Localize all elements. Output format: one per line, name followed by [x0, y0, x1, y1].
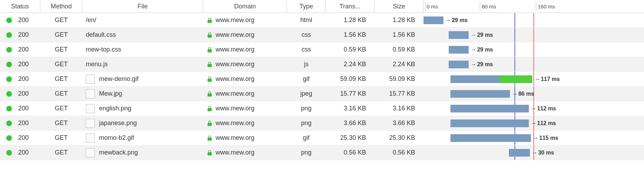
cell-timeline: 29 ms — [424, 42, 644, 57]
timing-bar[interactable] — [450, 134, 531, 142]
timing-bar[interactable] — [450, 119, 529, 127]
table-row[interactable]: 200GETMew.jpgwww.mew.orgjpeg15.77 KB15.7… — [0, 87, 644, 101]
cell-status: 200 — [0, 42, 40, 57]
timing-bar[interactable] — [450, 75, 532, 83]
network-table: Status Method File Domain Type Trans... … — [0, 0, 644, 160]
cell-size: 3.66 KB — [374, 116, 424, 130]
timing-bar[interactable] — [449, 46, 469, 54]
cell-domain: www.mew.org — [203, 116, 287, 130]
load-event-marker — [533, 72, 534, 86]
timing-bar[interactable] — [509, 149, 530, 157]
file-name: menu.js — [86, 61, 108, 68]
file-thumbnail-icon — [86, 148, 95, 157]
cell-status: 200 — [0, 131, 40, 145]
col-header-method[interactable]: Method — [40, 0, 82, 13]
table-row[interactable]: 200GETenglish.pngwww.mew.orgpng3.16 KB3.… — [0, 101, 644, 116]
status-code: 200 — [18, 31, 29, 39]
cell-file: Mew.jpg — [82, 87, 203, 101]
timeline-ruler: 0 ms80 ms160 ms — [424, 0, 644, 13]
lock-icon — [206, 91, 211, 97]
table-header-row: Status Method File Domain Type Trans... … — [0, 0, 644, 13]
file-name: mewback.png — [99, 149, 138, 156]
col-header-type[interactable]: Type — [287, 0, 326, 13]
table-row[interactable]: 200GETmomo-b2.gifwww.mew.orggif25.30 KB2… — [0, 131, 644, 145]
timing-bar[interactable] — [449, 31, 469, 39]
cell-domain: www.mew.org — [203, 145, 287, 160]
lock-icon — [206, 32, 211, 38]
cell-file: mew-top.css — [82, 42, 203, 57]
file-name: /en/ — [86, 16, 96, 24]
table-row[interactable]: 200GETdefault.csswww.mew.orgcss1.56 KB1.… — [0, 28, 644, 42]
dom-content-loaded-marker — [514, 28, 515, 42]
cell-type: css — [287, 42, 326, 57]
timing-bar[interactable] — [450, 105, 529, 112]
lock-icon — [206, 76, 211, 82]
cell-domain: www.mew.org — [203, 57, 287, 71]
domain-text: www.mew.org — [216, 119, 254, 127]
cell-transferred: 0.56 KB — [326, 145, 374, 160]
col-header-domain[interactable]: Domain — [203, 0, 287, 13]
cell-file: mewback.png — [82, 145, 203, 160]
status-dot-icon — [6, 106, 12, 111]
timing-duration-label: 115 ms — [533, 134, 558, 142]
cell-timeline: 112 ms — [424, 116, 644, 130]
timing-bar[interactable] — [449, 61, 469, 68]
cell-status: 200 — [0, 28, 40, 42]
cell-type: png — [287, 145, 326, 160]
col-header-status[interactable]: Status — [0, 0, 40, 13]
status-code: 200 — [18, 61, 29, 68]
load-event-marker — [533, 42, 534, 57]
file-name: mew-demo.gif — [99, 75, 139, 83]
cell-file: mew-demo.gif — [82, 72, 203, 86]
domain-text: www.mew.org — [216, 149, 254, 156]
status-dot-icon — [6, 32, 12, 38]
col-header-trans[interactable]: Trans... — [326, 0, 374, 13]
lock-icon — [206, 47, 211, 53]
domain-text: www.mew.org — [216, 134, 254, 142]
cell-size: 0.59 KB — [374, 42, 424, 57]
timing-bar[interactable] — [450, 90, 510, 98]
timing-duration-label: 29 ms — [471, 61, 493, 68]
file-thumbnail-icon — [86, 119, 95, 128]
status-dot-icon — [6, 76, 12, 82]
cell-method: GET — [40, 42, 82, 57]
cell-type: css — [287, 28, 326, 42]
timing-duration-label: 30 ms — [532, 149, 554, 157]
table-row[interactable]: 200GETmew-demo.gifwww.mew.orggif59.09 KB… — [0, 72, 644, 87]
status-dot-icon — [6, 62, 12, 67]
cell-transferred: 1.28 KB — [326, 13, 374, 27]
file-thumbnail-icon — [86, 89, 95, 98]
cell-file: /en/ — [82, 13, 203, 27]
file-thumbnail-icon — [86, 134, 95, 143]
table-row[interactable]: 200GETmewback.pngwww.mew.orgpng0.56 KB0.… — [0, 145, 644, 160]
table-row[interactable]: 200GETmew-top.csswww.mew.orgcss0.59 KB0.… — [0, 42, 644, 57]
col-header-file[interactable]: File — [82, 0, 203, 13]
cell-timeline: 112 ms — [424, 101, 644, 116]
table-row[interactable]: 200GETjapanese.pngwww.mew.orgpng3.66 KB3… — [0, 116, 644, 131]
timing-bar-receive-segment — [499, 75, 532, 83]
timeline-tick: 80 ms — [480, 0, 496, 13]
cell-file: menu.js — [82, 57, 203, 71]
cell-status: 200 — [0, 101, 40, 116]
domain-text: www.mew.org — [216, 31, 254, 39]
table-row[interactable]: 200GET/en/www.mew.orghtml1.28 KB1.28 KB2… — [0, 13, 644, 28]
file-thumbnail-icon — [86, 75, 95, 84]
cell-method: GET — [40, 13, 82, 27]
col-header-timeline[interactable]: 0 ms80 ms160 ms — [424, 0, 644, 13]
timing-bar[interactable] — [424, 16, 443, 24]
status-dot-icon — [6, 91, 12, 97]
cell-size: 25.30 KB — [374, 131, 424, 145]
table-row[interactable]: 200GETmenu.jswww.mew.orgjs2.24 KB2.24 KB… — [0, 57, 644, 72]
cell-transferred: 0.59 KB — [326, 42, 374, 57]
status-dot-icon — [6, 121, 12, 126]
cell-method: GET — [40, 28, 82, 42]
col-header-size[interactable]: Size — [374, 0, 424, 13]
status-dot-icon — [6, 47, 12, 53]
cell-type: js — [287, 57, 326, 71]
status-code: 200 — [18, 46, 29, 53]
file-name: Mew.jpg — [99, 90, 122, 97]
cell-type: gif — [287, 131, 326, 145]
status-code: 200 — [18, 105, 29, 112]
cell-domain: www.mew.org — [203, 131, 287, 145]
cell-domain: www.mew.org — [203, 42, 287, 57]
